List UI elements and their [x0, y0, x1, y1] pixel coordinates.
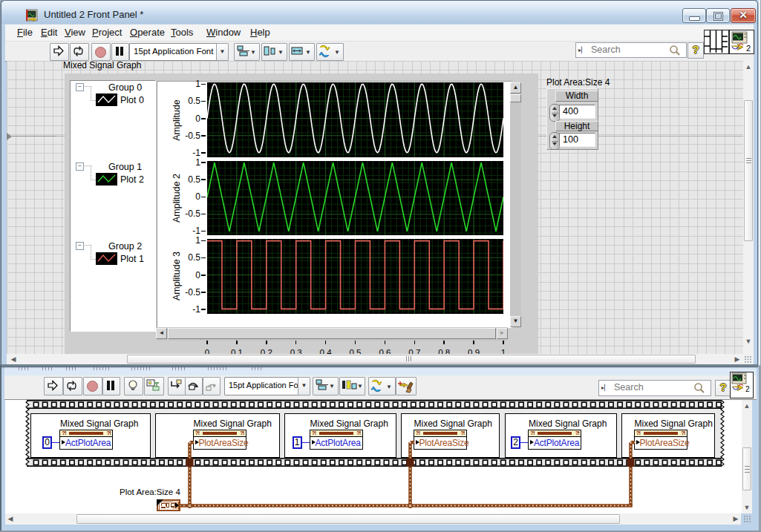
svg-text:▼: ▼ — [250, 49, 256, 56]
svg-text:2: 2 — [745, 385, 750, 393]
svg-text:2: 2 — [746, 44, 751, 53]
svg-text:▼: ▼ — [305, 49, 311, 56]
svg-text:▼: ▼ — [357, 383, 363, 390]
svg-text:▼: ▼ — [278, 49, 284, 56]
svg-text:▼: ▼ — [334, 49, 340, 56]
svg-text:▼: ▼ — [386, 384, 392, 390]
svg-text:▼: ▼ — [329, 383, 335, 390]
